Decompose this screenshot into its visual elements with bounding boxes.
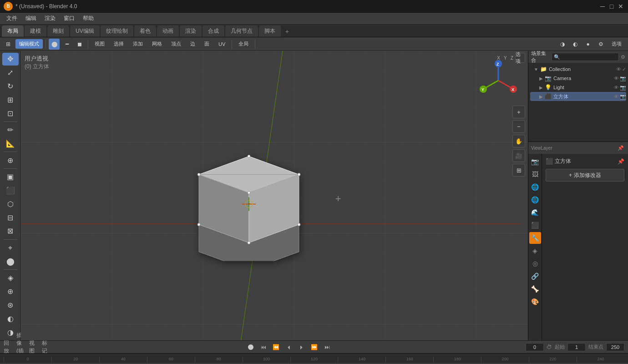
modifier-properties-icon[interactable]: 🔧 <box>529 232 541 244</box>
outliner-camera[interactable]: ▶ 📷 Camera 👁 📷 <box>530 74 626 83</box>
current-frame-input[interactable] <box>526 343 544 351</box>
options-menu[interactable]: 选项 <box>608 39 625 49</box>
offset-tool-button[interactable]: ⊠ <box>2 225 19 238</box>
object-properties-icon[interactable]: ⬛ <box>529 219 541 231</box>
frame-end-input[interactable] <box>606 343 624 351</box>
particle-properties-icon[interactable]: ◈ <box>529 245 541 257</box>
viewport-shading-solid[interactable]: ◑ <box>557 39 568 50</box>
tab-sculpting[interactable]: 雕刻 <box>47 25 69 37</box>
close-button[interactable]: ✕ <box>617 3 624 10</box>
add-modifier-button[interactable]: + 添加修改器 <box>546 169 624 182</box>
timeline-play[interactable]: ⏵ <box>297 342 307 352</box>
timeline-play-reverse[interactable]: ⏴ <box>284 342 294 352</box>
output-properties-icon[interactable]: 🖼 <box>529 168 541 180</box>
editor-type-button[interactable]: ⊞ <box>3 39 14 50</box>
menu-vertex[interactable]: 顶点 <box>167 39 185 49</box>
extrude-tool-button[interactable]: ▣ <box>2 171 19 183</box>
add-workspace-button[interactable]: + <box>282 26 293 37</box>
render-properties-icon[interactable]: 📷 <box>529 156 541 167</box>
zoom-out-gizmo[interactable]: − <box>512 120 525 133</box>
pan-gizmo-button[interactable]: ✋ <box>512 135 525 147</box>
spin-tool-button[interactable]: ⊕ <box>2 285 19 298</box>
edge-select-mode[interactable]: ━ <box>61 39 72 50</box>
timeline-view-menu[interactable]: 视图 <box>29 342 39 352</box>
annotate-tool-button[interactable]: ✏ <box>2 124 19 136</box>
outliner-collection[interactable]: ▼ 📁 Collection 👁 ✓ <box>530 65 626 74</box>
menu-add[interactable]: 添加 <box>129 39 147 49</box>
tab-modeling[interactable]: 建模 <box>25 25 46 37</box>
loop-cut-tool-button[interactable]: ⊟ <box>2 211 19 224</box>
menu-face[interactable]: 面 <box>201 39 213 49</box>
tab-compositing[interactable]: 合成 <box>203 25 224 37</box>
viewport-shading-material[interactable]: ◐ <box>570 39 581 50</box>
move-tool-button[interactable]: ⤢ <box>2 66 19 79</box>
tab-uv-editing[interactable]: UV编辑 <box>70 25 100 37</box>
menu-edit[interactable]: 编辑 <box>22 14 40 23</box>
menu-select[interactable]: 选择 <box>110 39 127 49</box>
data-properties-icon[interactable]: 🦴 <box>529 283 541 295</box>
collection-exclude-icon[interactable]: ✓ <box>622 66 626 72</box>
menu-render[interactable]: 渲染 <box>41 14 59 23</box>
timeline-jump-start[interactable]: ⏮ <box>258 342 268 352</box>
measure-tool-button[interactable]: 📐 <box>2 137 19 150</box>
menu-help[interactable]: 帮助 <box>79 14 97 23</box>
grid-view-gizmo[interactable]: ⊞ <box>512 164 525 177</box>
knife-tool-button[interactable]: ⌖ <box>2 242 19 254</box>
vertex-select-mode[interactable]: ⬤ <box>49 39 60 50</box>
tab-scripting[interactable]: 脚本 <box>259 25 281 37</box>
camera-view-gizmo[interactable]: 🎥 <box>512 149 525 162</box>
timeline-clock-icon[interactable]: ⏱ <box>547 344 552 350</box>
camera-render-icon[interactable]: 📷 <box>620 76 626 81</box>
cursor-tool-button[interactable]: ⊕ <box>2 154 19 167</box>
menu-window[interactable]: 窗口 <box>60 14 78 23</box>
tab-texture-paint[interactable]: 纹理绘制 <box>101 25 133 37</box>
menu-mesh[interactable]: 网格 <box>148 39 166 49</box>
scale-tool-button[interactable]: ⊞ <box>2 93 19 106</box>
tab-layout[interactable]: 布局 <box>2 25 24 37</box>
timeline-step-back[interactable]: ⏪ <box>271 342 281 352</box>
menu-uv[interactable]: UV <box>215 40 229 48</box>
timeline-playback-menu[interactable]: 回放 <box>4 342 14 352</box>
cube-visibility-icon[interactable]: 👁 <box>614 94 619 100</box>
timeline-keying-menu[interactable]: 插像(插帧) <box>16 342 26 352</box>
maximize-button[interactable]: □ <box>608 3 615 10</box>
mode-selector[interactable]: 编辑模式 <box>15 39 43 49</box>
shear-tool-button[interactable]: ◐ <box>2 312 19 325</box>
view-layer-properties-icon[interactable]: 🌐 <box>529 181 541 193</box>
constraints-properties-icon[interactable]: 🔗 <box>529 270 541 282</box>
smooth-tool-button[interactable]: ⊛ <box>2 299 19 312</box>
light-visibility-icon[interactable]: 👁 <box>614 85 619 91</box>
timeline-marker-menu[interactable]: 标记 <box>42 342 52 352</box>
tab-shading[interactable]: 着色 <box>134 25 156 37</box>
frame-start-input[interactable] <box>567 343 586 351</box>
options-overlay-button[interactable]: 选项 <box>515 53 525 63</box>
light-render-icon[interactable]: 📷 <box>620 85 626 91</box>
camera-visibility-icon[interactable]: 👁 <box>614 76 619 81</box>
minimize-button[interactable]: ─ <box>599 3 606 10</box>
tab-geo-nodes[interactable]: 几何节点 <box>225 25 258 37</box>
viewport-shading-options[interactable]: ⚙ <box>595 39 606 50</box>
inset-tool-button[interactable]: ⬛ <box>2 184 19 197</box>
menu-edge[interactable]: 边 <box>187 39 199 49</box>
timeline-step-forward[interactable]: ⏩ <box>309 342 319 352</box>
3d-viewport[interactable]: 用户透视 (0) 立方体 <box>21 51 528 340</box>
rotate-tool-button[interactable]: ↻ <box>2 80 19 93</box>
face-select-mode[interactable]: ◼ <box>74 39 85 50</box>
menu-view[interactable]: 视图 <box>91 39 108 49</box>
world-properties-icon[interactable]: 🌊 <box>529 207 541 218</box>
bevel-tool-button[interactable]: ⬡ <box>2 197 19 210</box>
tab-rendering[interactable]: 渲染 <box>180 25 202 37</box>
menu-file[interactable]: 文件 <box>3 14 21 23</box>
outliner-cube[interactable]: ▶ ⬛ 立方体 👁 📷 <box>530 92 626 101</box>
poly-build-tool-button[interactable]: ◈ <box>2 272 19 284</box>
transform-tool-button[interactable]: ⊡ <box>2 107 19 120</box>
material-properties-icon[interactable]: 🎨 <box>529 296 541 308</box>
outliner-filter-icon[interactable]: ⚙ <box>621 54 625 60</box>
outliner-light[interactable]: ▶ 💡 Light 👁 📷 <box>530 83 626 92</box>
frame-ruler[interactable]: 0 20 40 60 80 100 120 140 160 180 200 22… <box>0 353 628 362</box>
proportional-edit-dropdown[interactable]: 全局 <box>235 39 252 49</box>
viewport-shading-rendered[interactable]: ● <box>582 39 593 50</box>
timeline-jump-end[interactable]: ⏭ <box>322 342 332 352</box>
orientation-gizmo[interactable]: Z X Y <box>478 60 519 101</box>
physics-properties-icon[interactable]: ◎ <box>529 258 541 269</box>
